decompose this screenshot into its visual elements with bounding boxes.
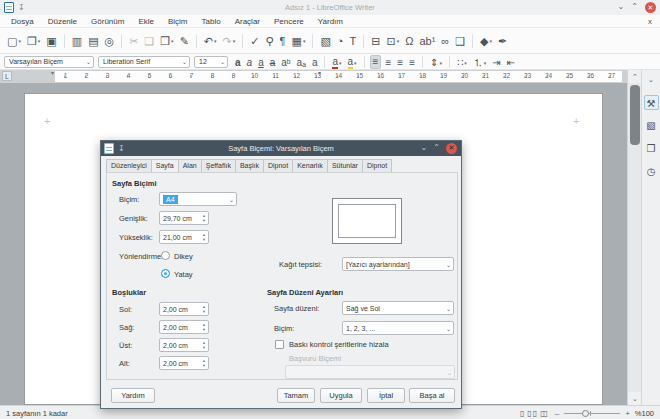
font-color-icon[interactable]: a ▾ xyxy=(330,55,343,69)
menu-item[interactable]: Biçim xyxy=(161,17,195,26)
zoom-out-icon[interactable]: – xyxy=(555,409,559,418)
line-spacing-icon[interactable]: ⇕ ▾ xyxy=(428,55,444,69)
copy-icon[interactable]: ❏ ▾ xyxy=(142,32,156,50)
dialog-titlebar[interactable]: ↧ Sayfa Biçemi: Varsayılan Biçem ⌄ ⌃ ✕ xyxy=(101,141,461,156)
clone-formatting-icon[interactable]: ✎ ▾ xyxy=(178,32,191,50)
insert-chart-icon[interactable]: ◔ ▾ xyxy=(335,32,346,50)
single-page-view-icon[interactable]: ▯ xyxy=(520,409,525,418)
strikethrough-icon[interactable]: a ▾ xyxy=(268,55,278,69)
height-input[interactable]: 21,00 cm ▲▼ xyxy=(159,230,209,244)
navigator-icon[interactable]: ◷ xyxy=(644,164,659,179)
dialog-tab[interactable]: Başlık xyxy=(235,159,263,173)
undo-icon[interactable]: ↶ ▾ xyxy=(202,32,219,50)
save-icon[interactable]: ▣ ▾ xyxy=(44,32,58,50)
align-center-icon[interactable]: ≡ ▾ xyxy=(383,55,393,69)
apply-button[interactable]: Uygula xyxy=(320,388,362,403)
reset-button[interactable]: Başa al xyxy=(409,388,455,403)
subscript-icon[interactable]: aₐ ▾ xyxy=(295,55,308,69)
multi-page-view-icon[interactable]: ▯▯ xyxy=(527,409,538,418)
spelling-check-icon[interactable]: ✓ ▾ xyxy=(248,32,261,50)
hyperlink-icon[interactable]: ∞ ▾ xyxy=(439,32,451,50)
underline-icon[interactable]: a ▾ xyxy=(256,55,266,69)
cursor-position-marker-icon[interactable]: ▾ xyxy=(318,69,321,76)
spinner-arrows-icon[interactable]: ▲▼ xyxy=(202,322,206,332)
margin-input[interactable]: 2,00 cm ▲▼ xyxy=(159,302,209,316)
cancel-button[interactable]: İptal xyxy=(367,388,405,403)
formatting-marks-icon[interactable]: ¶ ▾ xyxy=(278,32,288,50)
number-format-select[interactable]: 1, 2, 3, ... ⌄ xyxy=(342,321,454,335)
zoom-slider[interactable] xyxy=(564,413,620,414)
shapes-icon[interactable]: ◆ ▾ xyxy=(478,32,494,50)
dialog-tab[interactable]: Şeffaflık xyxy=(201,159,235,173)
find-replace-icon[interactable]: ⚲ ▾ xyxy=(264,32,276,50)
menu-item[interactable]: Araçlar xyxy=(228,17,267,26)
insert-textbox-icon[interactable]: T ▾ xyxy=(348,32,359,50)
scroll-down-icon[interactable]: ⌄ xyxy=(628,392,642,405)
tab-stop-selector[interactable]: L xyxy=(2,71,12,81)
redo-icon[interactable]: ↷ ▾ xyxy=(221,32,238,50)
page-break-icon[interactable]: ⊟ ▾ xyxy=(369,32,382,50)
dialog-maximize-icon[interactable]: ⌃ xyxy=(433,142,440,154)
comment-icon[interactable]: ❑ ▾ xyxy=(453,32,467,50)
bold-icon[interactable]: a ▾ xyxy=(233,55,243,69)
close-icon[interactable]: ✕ xyxy=(645,2,656,13)
spinner-arrows-icon[interactable]: ▲▼ xyxy=(202,340,206,350)
menu-item[interactable]: Tablo xyxy=(195,17,228,26)
paste-icon[interactable]: ❒ ▾ xyxy=(158,32,175,50)
insert-image-icon[interactable]: ▧ ▾ xyxy=(318,32,332,50)
paragraph-style-combo[interactable]: Varsayılan Biçem ⌄ xyxy=(4,56,94,68)
paper-format-select[interactable]: A4 ⌄ xyxy=(159,192,237,206)
align-left-icon[interactable]: ≡ ▾ xyxy=(370,55,382,69)
dialog-tab[interactable]: Sayfa xyxy=(151,159,178,173)
register-true-checkbox[interactable] xyxy=(275,340,284,349)
print-icon[interactable]: ▤ ▾ xyxy=(86,32,100,50)
book-view-icon[interactable]: ◫ xyxy=(540,409,549,418)
dialog-tab[interactable]: Alan xyxy=(178,159,201,173)
bullet-list-icon[interactable]: ∷ ▾ xyxy=(455,55,469,69)
margin-input[interactable]: 2,00 cm ▲▼ xyxy=(159,338,209,352)
dialog-tab[interactable]: Sütunlar xyxy=(327,159,362,173)
indent-marker-icon[interactable]: ▾ xyxy=(51,69,54,76)
dialog-minimize-icon[interactable]: ⌄ xyxy=(421,142,428,154)
open-file-icon[interactable]: ❐ ▾ xyxy=(25,32,42,50)
dialog-tab[interactable]: Dipnot xyxy=(362,159,392,173)
paper-tray-select[interactable]: [Yazıcı ayarlarından] ⌄ xyxy=(342,257,454,271)
clear-formatting-icon[interactable]: a ▾ xyxy=(310,55,320,69)
insert-table-icon[interactable]: ▦ ▾ xyxy=(290,32,308,50)
close-document-icon[interactable]: x xyxy=(648,17,652,26)
landscape-radio[interactable] xyxy=(161,269,170,278)
special-character-icon[interactable]: Ω ▾ xyxy=(403,32,415,50)
numbered-list-icon[interactable]: ⒈ ▾ xyxy=(471,55,489,69)
font-size-combo[interactable]: 12 ⌄ xyxy=(194,56,228,68)
align-justify-icon[interactable]: ≡ ▾ xyxy=(407,55,417,69)
pin-icon[interactable]: ↧ xyxy=(18,3,25,13)
page-layout-select[interactable]: Sağ ve Sol ⌄ xyxy=(342,301,454,315)
ok-button[interactable]: Tamam xyxy=(277,388,315,403)
scroll-up-icon[interactable]: ⌃ xyxy=(628,70,642,83)
italic-icon[interactable]: a ▾ xyxy=(245,55,255,69)
footnote-icon[interactable]: ab¹ ▾ xyxy=(417,32,437,50)
menu-item[interactable]: Yardım xyxy=(311,17,350,26)
help-button[interactable]: Yardım xyxy=(111,388,155,403)
spinner-arrows-icon[interactable]: ▲▼ xyxy=(202,213,206,223)
menu-item[interactable]: Görünüm xyxy=(84,17,131,26)
indent-decrease-icon[interactable]: ⇤ ▾ xyxy=(505,55,517,69)
maximize-icon[interactable]: ⌃ xyxy=(631,1,638,13)
sidebar-settings-icon[interactable]: ⌄ xyxy=(644,75,659,85)
highlight-color-icon[interactable]: a ▾ xyxy=(346,55,359,69)
menu-item[interactable]: Pencere xyxy=(267,17,311,26)
margin-input[interactable]: 2,00 cm ▲▼ xyxy=(159,320,209,334)
menu-item[interactable]: Dosya xyxy=(4,17,41,26)
spinner-arrows-icon[interactable]: ▲▼ xyxy=(202,232,206,242)
menu-item[interactable]: Ekle xyxy=(131,17,161,26)
portrait-radio[interactable] xyxy=(161,251,170,260)
page-icon[interactable]: ❐ xyxy=(644,141,659,156)
properties-icon[interactable]: ⚒ xyxy=(644,95,659,110)
cut-icon[interactable]: ✂ ▾ xyxy=(127,32,140,50)
minimize-icon[interactable]: ⌄ xyxy=(618,1,625,13)
scrollbar-thumb[interactable] xyxy=(630,85,640,145)
vertical-scrollbar[interactable]: ⌃ ⌄ xyxy=(627,70,641,405)
font-name-combo[interactable]: Liberation Serif ⌄ xyxy=(98,56,190,68)
dialog-tab[interactable]: Düzenleyici xyxy=(106,159,151,173)
print-preview-icon[interactable]: ◎ ▾ xyxy=(103,32,117,50)
